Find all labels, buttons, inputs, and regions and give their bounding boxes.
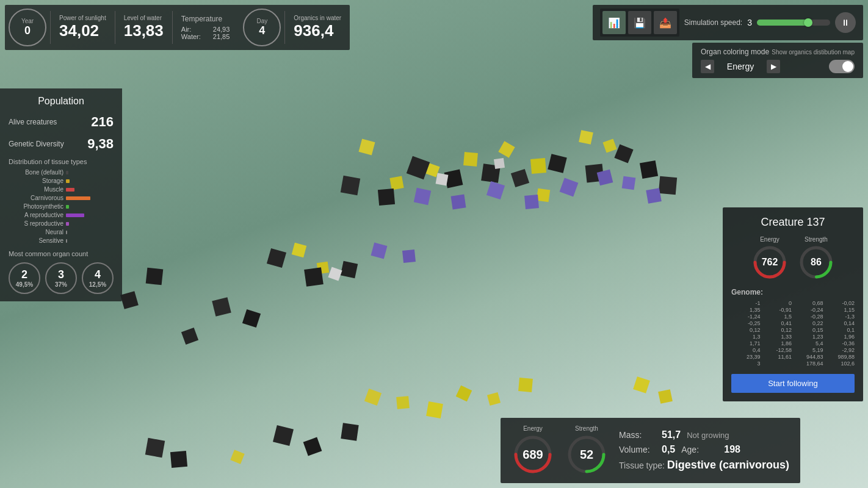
temp-air-label: Air: [181, 26, 192, 33]
genome-val: 1,15 [826, 307, 855, 313]
energy-gauge: 689 [512, 433, 554, 476]
tissue-val: Digestive (carnivorous) [667, 459, 789, 471]
tissue-row: A reproductive [9, 212, 114, 218]
age-val: 198 [724, 444, 740, 455]
volume-row: Volume: 0,5 Age: 198 [619, 444, 789, 455]
year-circle: Year 0 [9, 9, 46, 46]
tissue-list: Bone (default) Storage Muscle Carnivorou… [9, 169, 114, 244]
genome-val: 5,4 [794, 340, 823, 346]
volume-label: Volume: [619, 445, 656, 454]
creature-panel-title: Creature 137 [731, 216, 855, 229]
organ-next-btn[interactable]: ▶ [767, 60, 780, 73]
save-icon-btn[interactable]: 💾 [628, 11, 651, 34]
genome-val: 0,4 [731, 347, 761, 353]
tissue-row: Sensitive [9, 237, 114, 244]
organ-prev-btn[interactable]: ◀ [701, 60, 714, 73]
cp-strength-wrap: Strength 86 [798, 236, 834, 281]
cp-energy-wrap: Energy 762 [751, 236, 788, 281]
genome-val: 23,39 [731, 354, 761, 360]
tissue-label: Tissue type: [619, 461, 665, 470]
genome-val: 11,61 [763, 354, 792, 360]
show-organics-label: Show organics distibution map [772, 49, 855, 56]
export-icon-btn[interactable]: 📤 [654, 11, 677, 34]
genome-val: 3 [731, 361, 761, 367]
mass-row: Mass: 51,7 Not growing [619, 429, 789, 440]
top-right-controls: 📊 💾 📤 Simulation speed: 3 ⏸ Organ colori… [593, 5, 863, 78]
tissue-row: Muscle [9, 186, 114, 193]
temp-water-label: Water: [181, 33, 201, 40]
year-label: Year [21, 18, 34, 24]
not-growing: Not growing [687, 431, 729, 440]
genome-val: 1,33 [763, 334, 792, 340]
day-val: 4 [259, 24, 265, 37]
volume-val: 0,5 [662, 444, 675, 455]
genome-val: 0,22 [794, 320, 823, 326]
stats-icon-btn[interactable]: 📊 [602, 11, 626, 34]
genome-val: -0,24 [794, 307, 823, 313]
strength-gauge: 52 [565, 433, 608, 476]
genome-val: 5,19 [794, 347, 823, 353]
creature-panel: Creature 137 Energy 762 Strength 86 [723, 207, 863, 401]
speed-slider[interactable] [757, 20, 830, 26]
day-circle: Day 4 [243, 9, 281, 46]
tissue-row: Storage [9, 178, 114, 184]
sim-speed-label: Simulation speed: [684, 18, 742, 27]
genome-val: 0,68 [794, 300, 823, 306]
genome-val [763, 361, 792, 367]
sunlight-block: Power of sunlight 34,02 [50, 11, 115, 44]
tissue-row: Bone (default) [9, 169, 114, 176]
energy-gauge-label: Energy [523, 425, 543, 432]
genome-val: -1,24 [731, 314, 761, 320]
genome-val: -0,28 [794, 314, 823, 320]
diversity-row: Genetic Diversity 9,38 [9, 136, 114, 152]
organ-count-circle: 412,5% [82, 262, 114, 294]
strength-gauge-label: Strength [575, 425, 598, 432]
genome-val: -0,02 [826, 300, 855, 306]
organ-count-circle: 337% [45, 262, 77, 294]
icon-toolbar: 📊 💾 📤 [600, 9, 679, 37]
genome-val: 1,23 [794, 334, 823, 340]
genome-grid: -100,68-0,021,35-0,91-0,241,15-1,241,5-0… [731, 300, 855, 367]
alive-row: Alive creatures 216 [9, 114, 114, 130]
genome-val: 102,6 [826, 361, 855, 367]
genome-val: 0,15 [794, 327, 823, 333]
cp-energy-gauge: 762 [751, 244, 788, 281]
temp-label: Temperature [181, 15, 230, 23]
genome-val: -1,3 [826, 314, 855, 320]
temp-water-val: 21,85 [213, 33, 230, 40]
sunlight-label: Power of sunlight [59, 15, 106, 21]
creature-stats: Mass: 51,7 Not growing Volume: 0,5 Age: … [619, 429, 789, 472]
cp-strength-gauge: 86 [798, 244, 834, 281]
follow-button[interactable]: Start following [731, 374, 855, 393]
genome-val: 989,88 [826, 354, 855, 360]
cp-energy-val: 762 [762, 257, 778, 268]
organ-nav-row: ◀ Energy ▶ [701, 60, 855, 73]
organics-val: 936,4 [294, 21, 341, 40]
diversity-val: 9,38 [87, 136, 114, 152]
cp-strength-val: 86 [811, 257, 822, 268]
genome-label: Genome: [731, 288, 855, 296]
genome-val: 944,83 [794, 354, 823, 360]
tissue-row: Neural [9, 229, 114, 235]
energy-gauge-wrap: Energy 689 [512, 425, 554, 476]
water-level-block: Level of water 13,83 [115, 11, 172, 44]
genome-val: 1,96 [826, 334, 855, 340]
top-stats-bar: Year 0 Power of sunlight 34,02 Level of … [5, 5, 350, 50]
coloring-label: Organ coloring mode [701, 48, 769, 56]
mass-label: Mass: [619, 430, 656, 440]
genome-val: 1,3 [731, 334, 761, 340]
pause-button[interactable]: ⏸ [835, 12, 856, 33]
creature-bottom-card: Energy 689 Strength 52 Mass: 51,7 Not gr… [501, 418, 800, 483]
alive-label: Alive creatures [9, 118, 57, 126]
genome-val: 1,5 [763, 314, 792, 320]
genome-val: 1,86 [763, 340, 792, 346]
tissue-row: Carnivorous [9, 195, 114, 201]
water-level-val: 13,83 [124, 21, 164, 40]
coloring-panel: Organ coloring mode Show organics distib… [692, 43, 863, 78]
toggle-knob [842, 61, 853, 72]
genome-val: 178,64 [794, 361, 823, 367]
organics-toggle[interactable] [829, 60, 855, 73]
cpanel-gauges: Energy 762 Strength 86 [731, 236, 855, 281]
sim-speed-val: 3 [747, 18, 752, 27]
organics-block: Organics in water 936,4 [284, 11, 350, 44]
